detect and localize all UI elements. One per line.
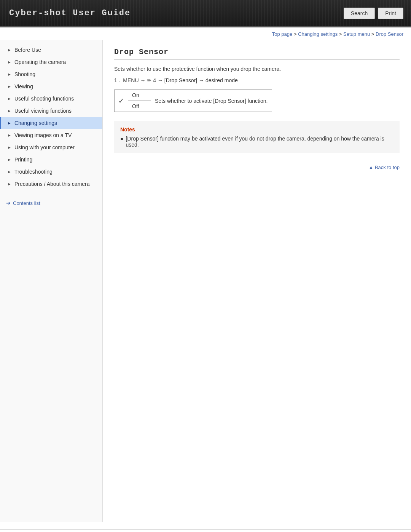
sidebar-item-label: Precautions / About this camera <box>14 181 90 187</box>
sidebar-item-computer[interactable]: ► Using with your computer <box>0 141 102 153</box>
sidebar-item-label: Operating the camera <box>14 59 66 65</box>
arrow-icon: ► <box>7 60 11 64</box>
arrow-right-icon: ➔ <box>6 200 11 206</box>
sidebar-item-label: Viewing <box>14 83 33 89</box>
breadcrumb-changing-settings[interactable]: Changing settings <box>298 31 338 37</box>
option-off: Off <box>128 101 151 112</box>
breadcrumb-top-page[interactable]: Top page <box>272 31 293 37</box>
contents-list-link[interactable]: ➔ Contents list <box>0 196 102 210</box>
search-button[interactable]: Search <box>344 8 375 19</box>
footer: Copyright 2013 Sony Corporation <box>0 529 411 532</box>
sidebar-item-label: Shooting <box>14 71 35 77</box>
sidebar-item-troubleshooting[interactable]: ► Troubleshooting <box>0 166 102 178</box>
options-table: ✓ On Sets whether to activate [Drop Sens… <box>114 89 272 112</box>
breadcrumb-sep1: > <box>294 31 298 37</box>
main-content: Drop Sensor Sets whether to use the prot… <box>103 40 411 522</box>
arrow-icon: ► <box>7 133 11 137</box>
breadcrumb: Top page > Changing settings > Setup men… <box>0 27 411 40</box>
arrow-icon: ► <box>7 72 11 77</box>
notes-section: Notes ● [Drop Sensor] function may be ac… <box>114 121 400 153</box>
header-buttons: Search Print <box>344 8 411 19</box>
notes-title: Notes <box>120 126 393 133</box>
sidebar-item-label: Printing <box>14 157 32 163</box>
sidebar-item-viewing-tv[interactable]: ► Viewing images on a TV <box>0 129 102 141</box>
table-row: ✓ On Sets whether to activate [Drop Sens… <box>115 90 272 101</box>
check-cell: ✓ <box>115 90 128 112</box>
checkmark-icon: ✓ <box>118 97 124 105</box>
sidebar-item-label: Useful viewing functions <box>14 108 72 114</box>
breadcrumb-drop-sensor[interactable]: Drop Sensor <box>376 31 403 37</box>
sidebar-item-label: Troubleshooting <box>14 169 53 175</box>
arrow-icon: ► <box>7 109 11 113</box>
breadcrumb-setup-menu[interactable]: Setup menu <box>343 31 370 37</box>
layout: ► Before Use ► Operating the camera ► Sh… <box>0 40 411 522</box>
arrow-icon: ► <box>7 145 11 150</box>
sidebar-item-label: Useful shooting functions <box>14 96 74 102</box>
app-title: Cyber-shot User Guide <box>0 8 131 18</box>
print-button[interactable]: Print <box>378 8 403 19</box>
instruction-text: 1 . MENU → ✏ 4 → [Drop Sensor] → desired… <box>114 77 400 83</box>
arrow-icon: ► <box>7 96 11 101</box>
option-on: On <box>128 90 151 101</box>
arrow-icon: ► <box>7 169 11 174</box>
sidebar: ► Before Use ► Operating the camera ► Sh… <box>0 40 103 522</box>
back-to-top: ▲ Back to top <box>114 161 400 174</box>
arrow-icon: ► <box>7 157 11 162</box>
page-description: Sets whether to use the protective funct… <box>114 66 400 72</box>
sidebar-item-changing-settings[interactable]: ► Changing settings <box>0 117 102 129</box>
arrow-icon: ► <box>7 84 11 89</box>
contents-list-label: Contents list <box>13 200 40 206</box>
sidebar-item-label: Changing settings <box>14 120 57 126</box>
header: Cyber-shot User Guide Search Print <box>0 0 411 27</box>
sidebar-item-useful-viewing[interactable]: ► Useful viewing functions <box>0 105 102 117</box>
breadcrumb-sep3: > <box>371 31 376 37</box>
sidebar-item-operating[interactable]: ► Operating the camera <box>0 56 102 68</box>
sidebar-item-label: Before Use <box>14 47 41 53</box>
sidebar-item-useful-shooting[interactable]: ► Useful shooting functions <box>0 93 102 105</box>
sidebar-item-shooting[interactable]: ► Shooting <box>0 68 102 80</box>
sidebar-item-printing[interactable]: ► Printing <box>0 153 102 166</box>
sidebar-item-label: Viewing images on a TV <box>14 132 72 138</box>
page-title: Drop Sensor <box>114 48 400 60</box>
notes-text: [Drop Sensor] function may be activated … <box>126 136 393 148</box>
option-description: Sets whether to activate [Drop Sensor] f… <box>151 90 272 112</box>
sidebar-item-viewing[interactable]: ► Viewing <box>0 80 102 93</box>
bullet-icon: ● <box>120 136 123 142</box>
sidebar-item-precautions[interactable]: ► Precautions / About this camera <box>0 178 102 190</box>
arrow-icon: ► <box>7 121 11 125</box>
arrow-icon: ► <box>7 182 11 186</box>
sidebar-item-label: Using with your computer <box>14 144 75 150</box>
breadcrumb-sep2: > <box>339 31 343 37</box>
notes-item: ● [Drop Sensor] function may be activate… <box>120 136 393 148</box>
back-to-top-link[interactable]: ▲ Back to top <box>368 165 400 170</box>
sidebar-item-before-use[interactable]: ► Before Use <box>0 44 102 56</box>
arrow-icon: ► <box>7 48 11 52</box>
